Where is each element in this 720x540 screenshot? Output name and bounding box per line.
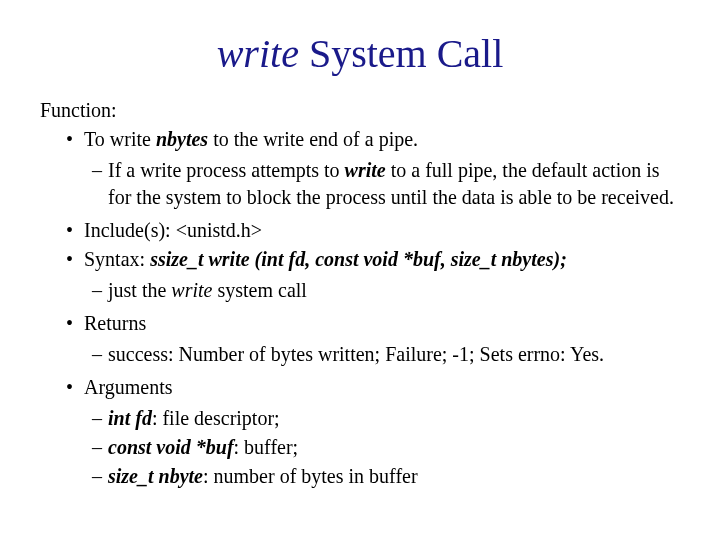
dash-item: const void *buf: buffer; [92, 434, 680, 461]
bullet-item-arguments: Arguments [66, 374, 680, 401]
dash-list: If a write process attempts to write to … [40, 157, 680, 211]
bullet-list: To write nbytes to the write end of a pi… [40, 126, 680, 153]
arg-key: size_t nbyte [108, 465, 203, 487]
text: just the [108, 279, 171, 301]
text: If a write process attempts to [108, 159, 345, 181]
dash-item-returns: success: Number of bytes written; Failur… [92, 341, 680, 368]
arg-val: : file descriptor; [152, 407, 280, 429]
text: to the write end of a pipe. [208, 128, 418, 150]
dash-item: just the write system call [92, 277, 680, 304]
bullet-list: Include(s): <unistd.h> Syntax: ssize_t w… [40, 217, 680, 273]
bullet-item-syntax: Syntax: ssize_t write (int fd, const voi… [66, 246, 680, 273]
slide-title: write System Call [40, 30, 680, 77]
bullet-list: Returns [40, 310, 680, 337]
text: To write [84, 128, 156, 150]
bullet-item-returns: Returns [66, 310, 680, 337]
dash-item: size_t nbyte: number of bytes in buffer [92, 463, 680, 490]
text: system call [212, 279, 306, 301]
dash-item: If a write process attempts to write to … [92, 157, 680, 211]
title-italic: write [217, 31, 299, 76]
nbytes-word: nbytes [156, 128, 208, 150]
function-label: Function: [40, 97, 680, 124]
bullet-item: To write nbytes to the write end of a pi… [66, 126, 680, 153]
write-word: write [171, 279, 212, 301]
syntax-code: ssize_t write (int fd, const void *buf, … [150, 248, 567, 270]
dash-list: success: Number of bytes written; Failur… [40, 341, 680, 368]
bullet-list: Arguments [40, 374, 680, 401]
arg-val: : number of bytes in buffer [203, 465, 418, 487]
arg-key: int fd [108, 407, 152, 429]
title-rest: System Call [299, 31, 503, 76]
arg-val: : buffer; [234, 436, 299, 458]
write-word: write [345, 159, 386, 181]
bullet-item-include: Include(s): <unistd.h> [66, 217, 680, 244]
syntax-prefix: Syntax: [84, 248, 150, 270]
dash-item: int fd: file descriptor; [92, 405, 680, 432]
arg-key: const void *buf [108, 436, 234, 458]
dash-list: just the write system call [40, 277, 680, 304]
slide-body: Function: To write nbytes to the write e… [40, 97, 680, 490]
dash-list: int fd: file descriptor; const void *buf… [40, 405, 680, 490]
